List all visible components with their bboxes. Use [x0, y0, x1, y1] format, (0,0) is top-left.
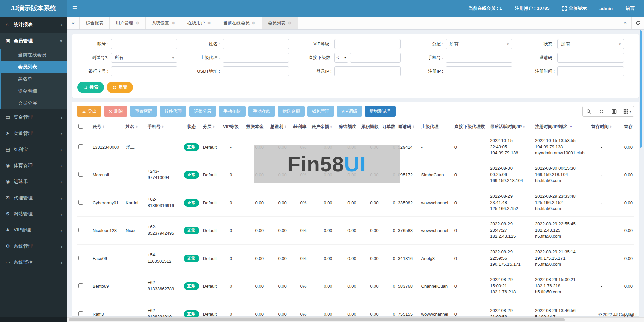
member-icon: ▣	[6, 38, 14, 43]
search-button[interactable]: 搜索	[77, 82, 104, 93]
column-header-balance[interactable]: 账户余额▲▼	[308, 121, 333, 133]
sidebar-item-agents[interactable]: ✉代理管理‹	[0, 190, 67, 206]
manual-deposit-button[interactable]: 手动存款	[248, 106, 275, 117]
field-input-r0c0[interactable]	[111, 39, 177, 49]
sort-desc-icon[interactable]: ▼	[570, 125, 573, 128]
row-checkbox[interactable]	[78, 283, 83, 288]
sidebar-item-member-layer[interactable]: 会员分层	[1, 97, 67, 109]
tab-close-icon[interactable]: ⊗	[288, 20, 291, 25]
field-select-r1c0[interactable]: 所有▾	[111, 53, 177, 63]
fullscreen-button[interactable]: 全屏显示	[562, 5, 587, 11]
list-view-toolbar-button[interactable]	[608, 106, 621, 116]
field-input-r1c3[interactable]	[446, 53, 512, 63]
manual-deduct-button[interactable]: 手动扣款	[219, 106, 246, 117]
column-header-account[interactable]: 账号▲▼	[91, 121, 124, 133]
field-input-r2c1[interactable]	[223, 66, 289, 76]
column-header-name[interactable]: 姓名▲▼	[124, 121, 146, 133]
field-input-r1c4[interactable]	[557, 53, 624, 63]
hamburger-menu-icon[interactable]: ☰	[67, 0, 83, 17]
row-checkbox[interactable]	[78, 144, 83, 149]
sort-icon[interactable]: ▲▼	[136, 125, 138, 128]
column-header-phone[interactable]: 手机号▲▼	[146, 121, 181, 133]
row-checkbox[interactable]	[78, 311, 83, 316]
field-select-r0c3[interactable]: 所有▾	[446, 39, 512, 49]
tab-user-mgmt[interactable]: 用户管理⊗	[110, 17, 146, 29]
sidebar-item-sports[interactable]: ◉体育管理‹	[0, 158, 67, 174]
sort-icon[interactable]: ▲▼	[162, 125, 164, 128]
vertical-scrollbar[interactable]	[640, 30, 642, 148]
tab-sys-settings[interactable]: 系统设置⊗	[146, 17, 181, 29]
tabs-refresh-icon[interactable]	[631, 17, 644, 29]
cell-register: 2022-08-30 00:15:30169.159.218.104h5.fif…	[534, 161, 589, 189]
sidebar-item-fund-detail[interactable]: 资金明细	[1, 85, 67, 97]
field-input-r2c2[interactable]	[334, 66, 401, 76]
row-checkbox[interactable]	[78, 256, 83, 260]
sidebar-item-bonus[interactable]: ▤红利宝‹	[0, 142, 67, 158]
field-input-r2c0[interactable]	[111, 66, 177, 76]
sidebar-item-vip[interactable]: ♟VIP管理‹	[0, 222, 67, 238]
tab-online-users[interactable]: 在线用户⊗	[181, 17, 217, 29]
tab-close-icon[interactable]: ⊗	[207, 20, 211, 25]
column-header-layer[interactable]: 分层▲▼	[202, 121, 221, 133]
tab-report[interactable]: 综合报表	[80, 17, 110, 29]
tab-close-icon[interactable]: ⊗	[171, 20, 175, 25]
add-test-account-button[interactable]: 新增测试号	[365, 106, 396, 117]
compare-operator-select[interactable]: <=▾	[334, 53, 348, 63]
sort-icon[interactable]: ▲▼	[284, 125, 287, 128]
tab-member-list[interactable]: 会员列表⊗	[262, 17, 298, 29]
export-button[interactable]: 导出	[77, 106, 101, 117]
field-select-r0c4[interactable]: 所有▾	[557, 39, 624, 49]
field-input-r0c1[interactable]	[223, 39, 289, 49]
sidebar-item-members[interactable]: ▣会员管理▾	[0, 33, 67, 49]
row-checkbox[interactable]	[78, 172, 83, 177]
refresh-toolbar-button[interactable]	[595, 106, 608, 116]
reset-password-button[interactable]: 重置密码	[130, 106, 157, 117]
sort-icon[interactable]: ▲▼	[610, 125, 612, 128]
column-header-invite[interactable]: 邀请码▲▼	[397, 121, 420, 133]
language-menu[interactable]: 语言	[626, 5, 635, 11]
sidebar-item-goal[interactable]: ◉进球乐‹	[0, 174, 67, 190]
compare-value-input[interactable]	[350, 53, 401, 63]
sidebar-item-online-members[interactable]: 当前在线会员	[1, 49, 67, 61]
field-input-r0c2[interactable]	[334, 39, 401, 49]
columns-toolbar-button[interactable]: ▾	[621, 106, 634, 116]
sort-icon[interactable]: ▲▼	[412, 125, 415, 128]
column-header-last_active[interactable]: 最后活跃时间/IP▲▼	[489, 121, 534, 133]
wallet-mgmt-button[interactable]: 钱包管理	[307, 106, 334, 117]
row-checkbox[interactable]	[78, 200, 83, 205]
hscroll-thumb[interactable]	[69, 318, 565, 321]
tab-close-icon[interactable]: ⊗	[136, 20, 139, 25]
column-header-register[interactable]: 注册时间/IP/域名▼	[534, 121, 589, 133]
user-menu[interactable]: admin	[599, 6, 613, 11]
sidebar-item-funds[interactable]: ▤资金管理‹	[0, 109, 67, 125]
reset-button[interactable]: 重置	[107, 82, 133, 93]
sidebar-item-website[interactable]: ⚙网站管理‹	[0, 206, 67, 222]
sidebar-item-channel[interactable]: ➤渠道管理‹	[0, 125, 67, 142]
vip-adjust-button[interactable]: VIP调级	[337, 106, 362, 117]
column-header-first_time[interactable]: 首存时间▲▼	[589, 121, 614, 133]
sidebar-item-monitor[interactable]: ▭系统监控‹	[0, 254, 67, 270]
field-input-r1c1[interactable]	[223, 53, 289, 63]
sidebar-item-blacklist[interactable]: 黑名单	[1, 73, 67, 85]
sidebar-item-system[interactable]: ⚙系统管理‹	[0, 238, 67, 254]
sort-icon[interactable]: ▲▼	[523, 125, 525, 128]
search-toolbar-button[interactable]	[583, 106, 595, 116]
sidebar-item-member-list[interactable]: 会员列表	[0, 61, 67, 73]
column-header-profit[interactable]: 总盈利▲▼	[265, 121, 288, 133]
gift-amount-button[interactable]: 赠送金额	[278, 106, 305, 117]
sidebar-item-stats[interactable]: ⌂统计报表‹	[0, 17, 67, 33]
field-input-r2c4[interactable]	[557, 66, 624, 76]
delete-button[interactable]: 删除	[104, 106, 127, 117]
sort-icon[interactable]: ▲▼	[330, 125, 332, 128]
sort-icon[interactable]: ▲▼	[102, 125, 105, 128]
tabs-scroll-right-icon[interactable]: »	[619, 17, 631, 29]
adjust-layer-button[interactable]: 调整分层	[189, 106, 216, 117]
tab-current-online[interactable]: 当前在线会员⊗	[217, 17, 262, 29]
field-input-r2c3[interactable]	[446, 66, 512, 76]
row-checkbox[interactable]	[78, 228, 83, 232]
transfer-agent-button[interactable]: 转移代理	[160, 106, 186, 117]
sort-icon[interactable]: ▲▼	[213, 125, 215, 128]
tabs-scroll-left-icon[interactable]: «	[67, 17, 80, 29]
select-all-checkbox[interactable]	[78, 124, 83, 129]
tab-close-icon[interactable]: ⊗	[252, 20, 256, 25]
